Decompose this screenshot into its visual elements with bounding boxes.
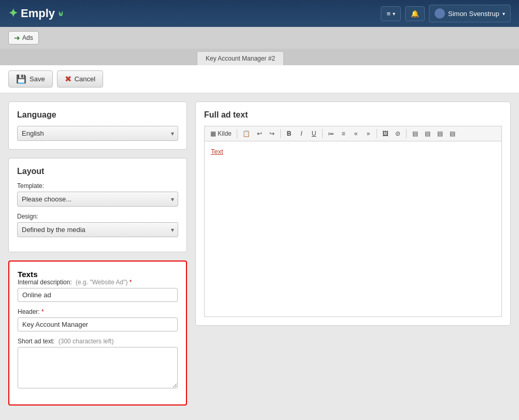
toolbar-separator-5	[406, 129, 407, 138]
align-center-icon: ▤	[425, 130, 430, 137]
language-select-wrapper: English Danish	[17, 126, 178, 141]
short-ad-label: Short ad text: (300 characters left)	[18, 338, 178, 345]
app-header: ✦ Emply ⊌ ≡ ▾ 🔔 Simon Svenstrup ▾	[0, 0, 519, 27]
copy-icon: 📋	[242, 130, 250, 137]
outdent-icon: «	[354, 130, 358, 137]
bold-icon: B	[287, 130, 292, 137]
avatar	[435, 8, 445, 19]
layout-section: Layout Template: Please choose... Design…	[8, 158, 187, 252]
design-select-wrapper: Defined by the media Custom	[17, 222, 178, 237]
redo-icon: ↪	[269, 130, 275, 137]
design-group: Design: Defined by the media Custom	[17, 213, 178, 237]
unordered-list-icon: ≡	[342, 130, 345, 137]
language-section: Language English Danish	[8, 102, 187, 150]
tab-bar: Key Account Manager #2	[0, 49, 519, 65]
kilde-button[interactable]: ▦ Kilde	[208, 128, 234, 139]
align-center-button[interactable]: ▤	[422, 128, 433, 139]
language-select[interactable]: English Danish	[17, 126, 178, 141]
header-required: *	[41, 308, 44, 315]
redo-button[interactable]: ↪	[266, 128, 278, 139]
align-right-button[interactable]: ▤	[434, 128, 445, 139]
toolbar-separator-3	[322, 129, 323, 138]
italic-button[interactable]: I	[296, 128, 307, 139]
cancel-icon: ✖	[65, 74, 71, 84]
right-panel: Full ad text ▦ Kilde 📋 ↩ ↪ B I U ≔ ≡ « »…	[195, 102, 511, 326]
editor-toolbar: ▦ Kilde 📋 ↩ ↪ B I U ≔ ≡ « » 🖼 ⊘ ▤ ▤ ▤ ▤	[204, 126, 502, 141]
template-select[interactable]: Please choose...	[17, 192, 178, 207]
design-select[interactable]: Defined by the media Custom	[17, 222, 178, 237]
texts-section-title: Texts	[18, 270, 178, 279]
template-group: Template: Please choose...	[17, 182, 178, 207]
link-button[interactable]: ⊘	[392, 128, 403, 139]
indent-button[interactable]: »	[363, 128, 374, 139]
tab-label: Key Account Manager	[206, 55, 266, 62]
internal-desc-label: Internal description: (e.g. "Website Ad"…	[18, 279, 178, 286]
back-label: Ads	[22, 34, 33, 41]
header-input[interactable]	[18, 317, 178, 331]
notification-button[interactable]: 🔔	[405, 6, 425, 21]
logo: ✦ Emply ⊌	[8, 7, 63, 20]
user-name: Simon Svenstrup	[448, 10, 499, 18]
texts-section: Texts Internal description: (e.g. "Websi…	[8, 260, 187, 405]
short-ad-hint: (300 characters left)	[59, 338, 114, 345]
cancel-button[interactable]: ✖ Cancel	[57, 70, 103, 88]
internal-desc-required: *	[129, 279, 132, 286]
align-left-icon: ▤	[412, 130, 418, 137]
left-panel: Language English Danish Layout Template:…	[8, 102, 187, 405]
save-label: Save	[30, 75, 45, 83]
justify-icon: ▤	[450, 130, 455, 137]
save-button[interactable]: 💾 Save	[8, 70, 53, 88]
underline-button[interactable]: U	[308, 128, 320, 139]
toolbar-separator-1	[237, 129, 237, 138]
header-field-label: Header: *	[18, 308, 178, 315]
logo-icon: ✦	[8, 7, 18, 20]
copy-button[interactable]: 📋	[240, 128, 253, 139]
internal-desc-input[interactable]	[18, 288, 178, 302]
italic-icon: I	[300, 130, 302, 137]
align-left-button[interactable]: ▤	[409, 128, 421, 139]
header-group: Header: *	[18, 308, 178, 331]
unordered-list-button[interactable]: ≡	[338, 128, 349, 139]
breadcrumb-bar: ➜ Ads	[0, 27, 519, 49]
link-icon: ⊘	[395, 130, 400, 137]
toolbar-separator-2	[280, 129, 281, 138]
language-section-title: Language	[17, 110, 178, 120]
cancel-label: Cancel	[75, 75, 95, 83]
ordered-list-icon: ≔	[328, 130, 334, 137]
save-icon: 💾	[16, 74, 26, 84]
outdent-button[interactable]: «	[350, 128, 362, 139]
tab-key-account-manager[interactable]: Key Account Manager #2	[197, 51, 284, 65]
user-menu-button[interactable]: Simon Svenstrup ▾	[429, 5, 511, 22]
logo-text: Emply	[21, 7, 55, 20]
image-button[interactable]: 🖼	[380, 128, 391, 139]
main-content: Language English Danish Layout Template:…	[0, 93, 519, 414]
layout-section-title: Layout	[17, 167, 178, 176]
short-ad-textarea[interactable]	[18, 347, 178, 388]
bold-button[interactable]: B	[283, 128, 295, 139]
toolbar-separator-4	[377, 129, 377, 138]
menu-chevron-icon: ▾	[393, 11, 395, 17]
short-ad-group: Short ad text: (300 characters left)	[18, 338, 178, 390]
bell-icon: 🔔	[411, 10, 419, 18]
align-right-icon: ▤	[437, 130, 443, 137]
template-label: Template:	[17, 182, 178, 190]
design-label: Design:	[17, 213, 178, 220]
tab-number: #2	[268, 55, 275, 62]
justify-button[interactable]: ▤	[446, 128, 458, 139]
back-button[interactable]: ➜ Ads	[8, 31, 39, 45]
menu-icon: ≡	[386, 10, 391, 18]
kilde-icon: ▦	[210, 130, 216, 137]
undo-button[interactable]: ↩	[254, 128, 265, 139]
undo-icon: ↩	[257, 130, 262, 137]
internal-desc-hint: (e.g. "Website Ad")	[76, 279, 127, 286]
ordered-list-button[interactable]: ≔	[325, 128, 337, 139]
logo-wing-icon: ⊌	[58, 9, 63, 18]
template-select-wrapper: Please choose...	[17, 192, 178, 207]
menu-button[interactable]: ≡ ▾	[381, 6, 401, 21]
underline-icon: U	[312, 130, 316, 137]
header-actions: ≡ ▾ 🔔 Simon Svenstrup ▾	[381, 5, 511, 22]
editor-area[interactable]: Text	[204, 141, 502, 317]
user-chevron-icon: ▾	[502, 11, 505, 17]
back-arrow-icon: ➜	[14, 34, 20, 42]
internal-desc-group: Internal description: (e.g. "Website Ad"…	[18, 279, 178, 302]
